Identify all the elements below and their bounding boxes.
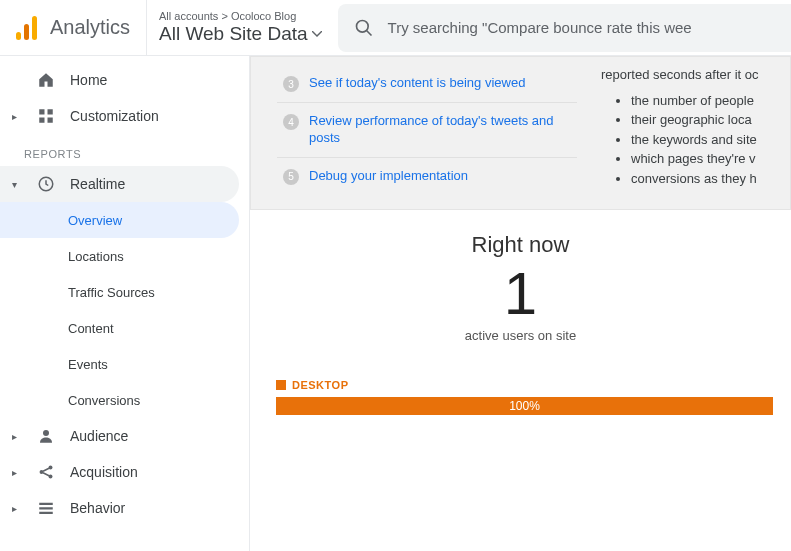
svg-rect-16 [39, 512, 53, 514]
section-reports: REPORTS [0, 134, 249, 166]
sidebar: Home ▸ Customization REPORTS ▾ Realtime … [0, 56, 250, 551]
content-area: 3See if today's content is being viewed … [250, 56, 791, 551]
nav-rt-overview[interactable]: Overview [0, 202, 239, 238]
brand-text: Analytics [50, 16, 130, 39]
svg-rect-15 [39, 507, 53, 509]
chevron-down-icon [312, 31, 322, 37]
device-bar: 100% [276, 397, 773, 415]
swatch-icon [276, 380, 286, 390]
rightnow-widget: Right now 1 active users on site [250, 210, 791, 353]
nav-rt-content[interactable]: Content [0, 310, 249, 346]
svg-point-3 [356, 20, 368, 32]
svg-rect-5 [39, 109, 44, 114]
overview-panel: 3See if today's content is being viewed … [250, 56, 791, 210]
task-num: 4 [283, 114, 299, 130]
svg-rect-0 [16, 32, 21, 40]
nav-rt-traffic[interactable]: Traffic Sources [0, 274, 249, 310]
svg-point-10 [43, 430, 49, 436]
logo[interactable]: Analytics [0, 16, 146, 40]
svg-rect-7 [39, 118, 44, 123]
rightnow-count: 1 [290, 264, 751, 324]
task-list: 3See if today's content is being viewed … [277, 57, 577, 209]
svg-rect-6 [48, 109, 53, 114]
search-icon [354, 18, 374, 38]
svg-rect-8 [48, 118, 53, 123]
clock-icon [34, 175, 58, 193]
rightnow-title: Right now [290, 232, 751, 258]
nav-realtime[interactable]: ▾ Realtime [0, 166, 239, 202]
device-legend: DESKTOP [250, 353, 791, 397]
nav-behavior[interactable]: ▸ Behavior [0, 490, 249, 526]
nav-rt-conversions[interactable]: Conversions [0, 382, 249, 418]
nav-customization[interactable]: ▸ Customization [0, 98, 249, 134]
task-num: 3 [283, 76, 299, 92]
task-item[interactable]: 5Debug your implementation [277, 157, 577, 195]
share-icon [34, 463, 58, 481]
task-num: 5 [283, 169, 299, 185]
rightnow-subtitle: active users on site [290, 328, 751, 343]
home-icon [34, 71, 58, 89]
list-icon [34, 499, 58, 517]
nav-acquisition[interactable]: ▸ Acquisition [0, 454, 249, 490]
description-text: reported seconds after it oc the number … [597, 57, 790, 209]
nav-rt-events[interactable]: Events [0, 346, 249, 382]
search-input[interactable]: Try searching "Compare bounce rate this … [338, 4, 791, 52]
nav-rt-locations[interactable]: Locations [0, 238, 249, 274]
svg-line-4 [366, 30, 371, 35]
dataset-name: All Web Site Data [159, 23, 308, 45]
svg-rect-2 [32, 16, 37, 40]
task-item[interactable]: 4Review performance of today's tweets an… [277, 102, 577, 157]
svg-rect-1 [24, 24, 29, 40]
nav-audience[interactable]: ▸ Audience [0, 418, 249, 454]
analytics-logo-icon [16, 16, 38, 40]
breadcrumb: All accounts > Ocoloco Blog [159, 10, 322, 22]
property-selector[interactable]: All accounts > Ocoloco Blog All Web Site… [146, 0, 322, 55]
dashboard-icon [34, 107, 58, 125]
search-placeholder: Try searching "Compare bounce rate this … [388, 19, 692, 36]
task-item[interactable]: 3See if today's content is being viewed [277, 65, 577, 102]
nav-home[interactable]: Home [0, 62, 249, 98]
person-icon [34, 427, 58, 445]
svg-rect-14 [39, 503, 53, 505]
